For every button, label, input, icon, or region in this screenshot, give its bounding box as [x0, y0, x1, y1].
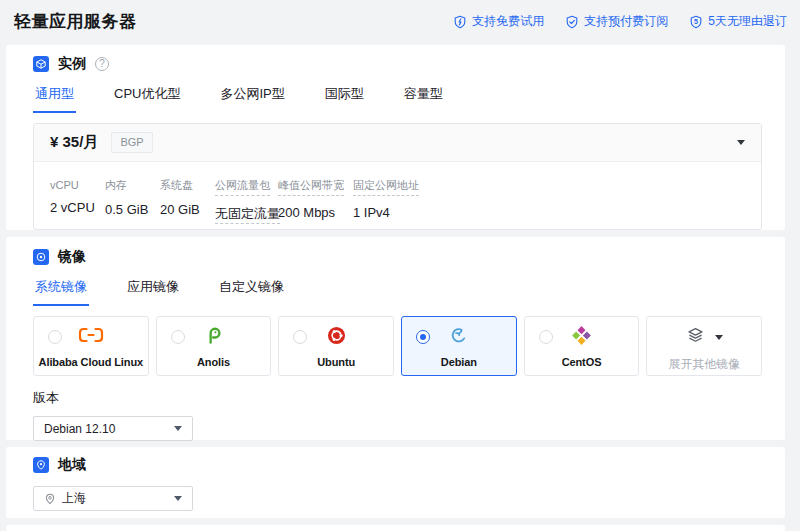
- instance-icon: [33, 56, 49, 72]
- os-card-ubuntu[interactable]: Ubuntu: [278, 316, 394, 376]
- tab-international[interactable]: 国际型: [323, 85, 366, 113]
- spec-traffic-package: 公网流量包 无固定流量: [215, 175, 278, 223]
- spec-vcpu: vCPU 2 vCPU: [50, 175, 105, 223]
- image-section-header: 镜像: [33, 248, 762, 266]
- help-icon[interactable]: ?: [95, 57, 109, 71]
- chevron-down-icon: [174, 426, 182, 431]
- spec-value: 0.5 GiB: [105, 202, 160, 217]
- spec-label: 内存: [105, 178, 127, 193]
- badge-free-trial[interactable]: 支持免费试用: [453, 13, 544, 30]
- spec-value[interactable]: 无固定流量: [215, 206, 280, 224]
- badge-prepaid-subscription[interactable]: 支持预付费订阅: [565, 13, 668, 30]
- plan-price: ¥ 35/月: [50, 133, 98, 152]
- network-tag: BGP: [111, 132, 152, 153]
- tab-app-image[interactable]: 应用镜像: [125, 278, 181, 306]
- radio-unchecked[interactable]: [539, 330, 553, 344]
- region-value: 上海: [62, 490, 86, 507]
- image-icon: [33, 249, 49, 265]
- page-title: 轻量应用服务器: [14, 10, 137, 33]
- shield-check-icon: [565, 15, 579, 29]
- os-name: CentOS: [529, 356, 635, 368]
- instance-section-title: 实例: [58, 55, 86, 73]
- shield-5-icon: 5: [689, 15, 703, 29]
- tab-cpu-optimized[interactable]: CPU优化型: [112, 85, 182, 113]
- chevron-down-icon: [715, 335, 723, 340]
- alibaba-cloud-linux-logo: [78, 327, 104, 347]
- expander-label: 展开其他镜像: [651, 356, 757, 373]
- region-section: 地域 上海: [6, 447, 785, 518]
- expand-other-images-button[interactable]: 展开其他镜像: [646, 316, 762, 376]
- spec-value: 200 Mbps: [278, 205, 353, 220]
- instance-section: 实例 ? 通用型 CPU优化型 多公网IP型 国际型 容量型 ¥ 35/月 BG…: [6, 45, 785, 230]
- instance-type-tabs: 通用型 CPU优化型 多公网IP型 国际型 容量型: [33, 85, 762, 113]
- region-select[interactable]: 上海: [33, 486, 193, 511]
- spec-label[interactable]: 固定公网地址: [353, 178, 419, 196]
- os-name: Anolis: [161, 356, 267, 368]
- region-section-title: 地域: [58, 456, 86, 474]
- ubuntu-logo: [327, 326, 346, 349]
- tab-multi-public-ip[interactable]: 多公网IP型: [218, 85, 286, 113]
- svg-text:5: 5: [694, 18, 698, 25]
- spec-value: 1 IPv4: [353, 205, 433, 220]
- badge-label: 5天无理由退订: [708, 13, 787, 30]
- radio-unchecked[interactable]: [293, 330, 307, 344]
- badge-label: 支持免费试用: [472, 13, 544, 30]
- image-section-title: 镜像: [58, 248, 86, 266]
- spec-system-disk: 系统盘 20 GiB: [160, 175, 215, 223]
- os-name: Alibaba Cloud Linux: [38, 356, 144, 368]
- badge-refund-5days[interactable]: 5 5天无理由退订: [689, 13, 787, 30]
- shield-lightning-icon: [453, 15, 467, 29]
- feature-badges: 支持免费试用 支持预付费订阅 5 5天无理由退订: [453, 13, 787, 30]
- os-card-anolis[interactable]: Anolis: [156, 316, 272, 376]
- spec-label: 系统盘: [160, 178, 193, 193]
- os-options: Alibaba Cloud Linux Anolis Ubuntu: [33, 316, 762, 376]
- anolis-logo: [204, 326, 223, 349]
- os-name: Ubuntu: [283, 356, 389, 368]
- version-select[interactable]: Debian 12.10: [33, 416, 193, 441]
- image-section: 镜像 系统镜像 应用镜像 自定义镜像 Alibaba Cloud Linux A…: [6, 237, 785, 440]
- spec-value: 2 vCPU: [50, 200, 105, 215]
- os-card-centos[interactable]: CentOS: [524, 316, 640, 376]
- image-tabs: 系统镜像 应用镜像 自定义镜像: [33, 278, 762, 306]
- spec-label[interactable]: 峰值公网带宽: [278, 178, 344, 196]
- spec-label[interactable]: 公网流量包: [215, 178, 270, 196]
- tab-general[interactable]: 通用型: [33, 85, 76, 113]
- next-section-partial: [6, 525, 785, 531]
- chevron-down-icon: [174, 496, 182, 501]
- tab-capacity[interactable]: 容量型: [402, 85, 445, 113]
- region-section-header: 地域: [33, 456, 762, 474]
- radio-unchecked[interactable]: [171, 330, 185, 344]
- tab-custom-image[interactable]: 自定义镜像: [217, 278, 286, 306]
- spec-peak-bandwidth: 峰值公网带宽 200 Mbps: [278, 175, 353, 223]
- region-icon: [33, 457, 49, 473]
- spec-fixed-public-ip: 固定公网地址 1 IPv4: [353, 175, 433, 223]
- os-card-alibaba-cloud-linux[interactable]: Alibaba Cloud Linux: [33, 316, 149, 376]
- radio-checked[interactable]: [416, 330, 430, 344]
- instance-section-header: 实例 ?: [33, 55, 762, 73]
- layers-icon: [686, 326, 705, 349]
- chevron-down-icon: [737, 140, 745, 145]
- version-label: 版本: [33, 389, 762, 407]
- page-header: 轻量应用服务器 支持免费试用 支持预付费订阅 5 5天无理由退订: [0, 0, 800, 45]
- plan-specs: vCPU 2 vCPU 内存 0.5 GiB 系统盘 20 GiB 公网流量包 …: [34, 162, 761, 223]
- os-card-debian[interactable]: Debian: [401, 316, 517, 376]
- radio-unchecked[interactable]: [48, 330, 62, 344]
- badge-label: 支持预付费订阅: [584, 13, 668, 30]
- plan-dropdown-header[interactable]: ¥ 35/月 BGP: [34, 124, 761, 162]
- version-value: Debian 12.10: [44, 422, 115, 436]
- os-name: Debian: [406, 356, 512, 368]
- location-pin-icon: [44, 493, 56, 505]
- debian-logo: [449, 326, 468, 349]
- spec-value: 20 GiB: [160, 202, 215, 217]
- spec-label: vCPU: [50, 179, 79, 191]
- plan-selector: ¥ 35/月 BGP vCPU 2 vCPU 内存 0.5 GiB 系统盘 20…: [33, 123, 762, 230]
- spec-memory: 内存 0.5 GiB: [105, 175, 160, 223]
- centos-logo: [572, 326, 591, 349]
- tab-system-image[interactable]: 系统镜像: [33, 278, 89, 306]
